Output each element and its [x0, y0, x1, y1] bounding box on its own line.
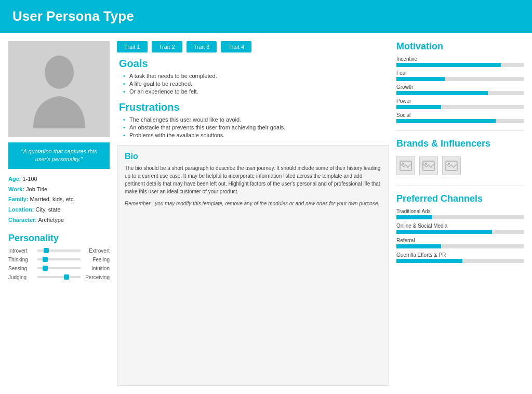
personality-row: Introvert Extrovert	[8, 248, 110, 254]
trait-button[interactable]: Trait 2	[152, 41, 182, 52]
trait-button[interactable]: Trait 1	[117, 41, 148, 52]
channel-label: Online & Social Media	[396, 223, 524, 229]
personality-title: Personality	[8, 233, 110, 244]
motivation-label: Social	[396, 112, 524, 118]
family-row: Family: Married, kids, etc.	[8, 194, 110, 205]
brands-icons	[396, 153, 524, 178]
brand-placeholder-icon-1	[400, 161, 412, 171]
channel-bar-track	[396, 259, 524, 263]
page-title: User Persona Type	[12, 8, 520, 24]
channels-title: Preferred Channels	[396, 193, 524, 204]
goals-list: A task that needs to be completed.A life…	[119, 73, 387, 95]
page-wrapper: User Persona Type "A quotation that capt…	[0, 0, 532, 394]
personality-slider-track	[37, 276, 81, 278]
channel-bars: Traditional Ads Online & Social Media Re…	[396, 208, 524, 267]
channel-item: Online & Social Media	[396, 223, 524, 234]
channel-bar-track	[396, 244, 524, 248]
personality-right-label: Intuition	[83, 266, 110, 271]
personality-slider-track	[37, 267, 81, 269]
channels-section: Preferred Channels Traditional Ads Onlin…	[396, 193, 524, 267]
age-value: 1-100	[23, 176, 37, 182]
goal-item: A task that needs to be completed.	[123, 73, 387, 79]
divider-1	[396, 130, 524, 131]
age-label: Age:	[8, 176, 21, 182]
motivation-item: Social	[396, 112, 524, 123]
channel-bar-track	[396, 230, 524, 234]
svg-point-0	[45, 56, 74, 89]
trait-button[interactable]: Trait 3	[187, 41, 217, 52]
header: User Persona Type	[0, 0, 532, 33]
motivation-label: Power	[396, 98, 524, 104]
motivation-item: Growth	[396, 84, 524, 95]
svg-point-4	[425, 163, 427, 165]
avatar-box	[8, 41, 110, 137]
brand-icon-3	[442, 156, 461, 175]
personality-right-label: Perceiving	[83, 274, 110, 280]
frustration-item: An obstacle that prevents this user from…	[123, 124, 387, 130]
frustrations-title: Frustrations	[119, 101, 387, 113]
goal-item: Or an experience to be felt.	[123, 88, 387, 95]
brands-section: Brands & Influencers	[396, 138, 524, 178]
left-column: "A quotation that captures this user's p…	[8, 41, 110, 386]
age-row: Age: 1-100	[8, 174, 110, 185]
right-column: Motivation Incentive Fear Growth Power S…	[396, 41, 524, 386]
personality-row: Judging Perceiving	[8, 274, 110, 280]
motivation-bar-fill	[396, 91, 488, 95]
location-value: City, state	[36, 206, 61, 213]
motivation-bar-fill	[396, 119, 496, 123]
bio-title: Bio	[125, 152, 381, 161]
brands-title: Brands & Influencers	[396, 138, 524, 149]
motivation-bar-track	[396, 119, 524, 123]
channel-bar-fill	[396, 230, 492, 234]
personality-slider-track	[37, 249, 81, 252]
frustrations-section: Frustrations The challenges this user wo…	[117, 101, 389, 140]
brand-placeholder-icon-3	[445, 161, 458, 171]
character-label: Character:	[8, 217, 37, 223]
personality-left-label: Sensing	[8, 266, 35, 271]
motivation-section: Motivation Incentive Fear Growth Power S…	[396, 41, 524, 123]
motivation-label: Incentive	[396, 56, 524, 62]
character-row: Character: Archetype	[8, 215, 110, 226]
svg-point-6	[448, 163, 450, 165]
personality-left-label: Thinking	[8, 257, 35, 262]
motivation-bar-track	[396, 63, 524, 67]
frustrations-list: The challenges this user would like to a…	[119, 116, 387, 138]
personality-left-label: Introvert	[8, 248, 35, 254]
brand-icon-2	[419, 156, 438, 175]
motivation-bar-fill	[396, 77, 445, 81]
motivation-title: Motivation	[396, 41, 524, 52]
goals-section: Goals A task that needs to be completed.…	[117, 58, 389, 96]
personality-slider-indicator	[44, 248, 49, 253]
channel-label: Traditional Ads	[396, 208, 524, 214]
frustration-item: Problems with the available solutions.	[123, 132, 387, 138]
location-row: Location: City, state	[8, 205, 110, 215]
channel-label: Referral	[396, 238, 524, 243]
personality-slider-indicator	[64, 274, 69, 280]
personality-left-label: Judging	[8, 274, 35, 280]
work-value: Job Title	[26, 186, 47, 192]
channel-bar-track	[396, 215, 524, 219]
bio-note: Remember - you may modify this template,…	[125, 200, 381, 207]
family-label: Family:	[8, 196, 29, 202]
quote-text: "A quotation that captures this user's p…	[21, 148, 97, 162]
channel-item: Referral	[396, 238, 524, 248]
channel-item: Guerrilla Efforts & PR	[396, 252, 524, 263]
motivation-bar-track	[396, 105, 524, 109]
motivation-bar-fill	[396, 63, 501, 67]
traits-row: Trait 1Trait 2Trait 3Trait 4	[117, 41, 389, 52]
brand-icon-1	[396, 156, 415, 175]
trait-button[interactable]: Trait 4	[221, 41, 251, 52]
persona-info: Age: 1-100 Work: Job Title Family: Marri…	[8, 174, 110, 226]
work-row: Work: Job Title	[8, 185, 110, 195]
divider-2	[396, 186, 524, 186]
location-label: Location:	[8, 206, 34, 213]
motivation-item: Incentive	[396, 56, 524, 67]
svg-point-2	[402, 163, 404, 165]
personality-slider-track	[37, 258, 81, 260]
channel-item: Traditional Ads	[396, 208, 524, 219]
motivation-bar-track	[396, 91, 524, 95]
motivation-bar-track	[396, 77, 524, 81]
brand-placeholder-icon-2	[422, 161, 435, 171]
motivation-bar-fill	[396, 105, 441, 109]
frustration-item: The challenges this user would like to a…	[123, 116, 387, 123]
